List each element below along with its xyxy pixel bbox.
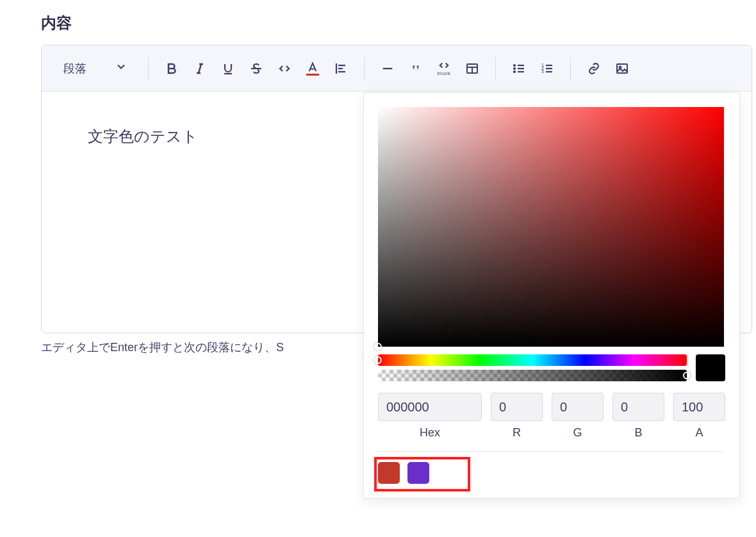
block-format-label: 段落 (63, 61, 86, 76)
hex-label: Hex (420, 426, 440, 440)
toolbar-divider (364, 57, 365, 80)
editor-toolbar: 段落 (42, 45, 752, 92)
block-format-select[interactable]: 段落 (52, 45, 139, 92)
italic-button[interactable] (186, 54, 214, 83)
align-button[interactable] (327, 54, 355, 83)
horizontal-rule-button[interactable] (374, 54, 402, 83)
svg-line-0 (199, 64, 201, 73)
a-label: A (695, 426, 703, 440)
svg-point-15 (514, 68, 515, 69)
link-button[interactable] (580, 54, 608, 83)
saturation-value-picker[interactable] (378, 107, 724, 347)
text-color-button[interactable] (299, 54, 327, 83)
underline-button[interactable] (214, 54, 242, 83)
ordered-list-button[interactable]: 123 (533, 54, 561, 83)
preset-colors-row (378, 462, 725, 484)
preset-swatch-red[interactable] (378, 462, 400, 484)
bullet-list-button[interactable] (505, 54, 533, 83)
preset-swatch-purple[interactable] (407, 462, 429, 484)
g-input[interactable] (552, 393, 604, 421)
g-label: G (573, 426, 582, 440)
alpha-thumb[interactable] (683, 372, 691, 379)
hue-slider[interactable] (378, 354, 687, 366)
code-block-button[interactable]: block (430, 54, 458, 83)
image-button[interactable] (608, 54, 636, 83)
code-block-label: block (437, 70, 450, 76)
alpha-slider[interactable] (378, 370, 687, 381)
svg-rect-26 (617, 64, 627, 73)
svg-point-14 (514, 65, 515, 66)
rich-text-editor: 段落 (41, 45, 752, 333)
text-color-indicator (306, 74, 319, 76)
sv-cursor[interactable] (374, 343, 382, 351)
code-inline-button[interactable] (270, 54, 299, 83)
color-preview-swatch (696, 354, 725, 381)
field-label: 内容 (41, 13, 756, 33)
r-label: R (513, 426, 521, 440)
a-input[interactable] (673, 393, 725, 421)
r-input[interactable] (491, 393, 543, 421)
chevron-down-icon (115, 60, 127, 76)
table-button[interactable] (458, 54, 486, 83)
hex-input[interactable] (378, 393, 482, 421)
editor-text-line: 文字色のテスト (88, 128, 198, 145)
bold-button[interactable] (158, 54, 186, 83)
b-input[interactable] (612, 393, 664, 421)
color-picker-popup: Hex R G B A (363, 92, 740, 499)
svg-point-16 (514, 71, 515, 72)
toolbar-divider (495, 57, 496, 80)
strikethrough-button[interactable] (242, 54, 270, 83)
toolbar-divider (570, 57, 571, 80)
blockquote-button[interactable] (402, 54, 430, 83)
b-label: B (634, 426, 642, 440)
svg-text:3: 3 (541, 69, 544, 74)
toolbar-divider (148, 57, 149, 80)
hue-thumb[interactable] (374, 356, 382, 364)
